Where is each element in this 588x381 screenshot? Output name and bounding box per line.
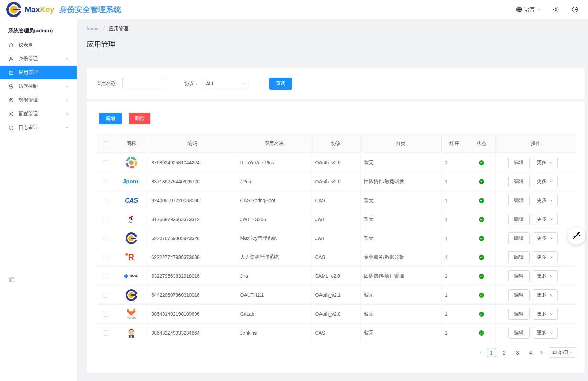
sidebar-item-dashboard[interactable]: 仪表盘 <box>0 38 77 52</box>
app-protocol: CAS <box>312 191 360 210</box>
app-icon-maxkey <box>124 231 139 246</box>
more-button[interactable]: 更多 <box>533 195 558 206</box>
more-button[interactable]: 更多 <box>533 308 558 320</box>
brand-name-secondary: Key <box>40 5 54 14</box>
prev-page-button[interactable] <box>477 348 485 357</box>
chevron-down-icon <box>549 255 553 259</box>
page-size-select[interactable]: 10 条/页 <box>549 347 576 358</box>
edit-button[interactable]: 编辑 <box>508 270 530 282</box>
app-protocol: OAuth_v2.0 <box>312 172 360 191</box>
row-checkbox[interactable] <box>103 179 108 184</box>
app-sort: 1 <box>441 248 468 267</box>
table-row: 644220607860310016OAUTH2.1OAuth_v2.1暂无1编… <box>97 286 576 305</box>
more-button[interactable]: 更多 <box>533 214 558 225</box>
sidebar-item-identity[interactable]: 身份管理 <box>0 52 77 66</box>
gear-icon <box>8 111 14 117</box>
edit-button[interactable]: 编辑 <box>508 232 530 244</box>
app-category: 暂无 <box>360 153 441 172</box>
column-header: 编码 <box>148 134 237 153</box>
app-category: 团队协作/敏捷研发 <box>360 172 441 191</box>
edit-button[interactable]: 编辑 <box>508 176 530 187</box>
app-icon-gitlab: GitLab <box>124 306 139 322</box>
app-icon-jenkins <box>124 325 139 340</box>
row-checkbox[interactable] <box>103 330 108 336</box>
edit-button[interactable]: 编辑 <box>508 308 530 320</box>
sidebar-item-audit[interactable]: 日志审计 <box>0 121 77 134</box>
row-checkbox[interactable] <box>103 198 108 203</box>
collapse-sidebar-button[interactable] <box>8 276 15 283</box>
protocol-select-value: ALL <box>206 81 215 86</box>
logout-icon[interactable] <box>571 6 578 13</box>
app-name: JPom <box>237 172 312 191</box>
app-icon-maxkey <box>124 287 139 303</box>
row-checkbox[interactable] <box>103 293 108 298</box>
search-button[interactable]: 查询 <box>269 78 292 90</box>
more-button[interactable]: 更多 <box>533 289 558 301</box>
more-button-label: 更多 <box>537 178 547 185</box>
settings-icon[interactable] <box>552 6 559 13</box>
app-name: RuoYi-Vue-Plus <box>237 153 312 172</box>
sidebar-item-config[interactable]: 配置管理 <box>0 107 77 121</box>
more-button[interactable]: 更多 <box>533 157 558 168</box>
row-checkbox[interactable] <box>103 217 108 222</box>
row-checkbox[interactable] <box>103 312 108 317</box>
app-icon-cas: CAS <box>124 193 139 208</box>
page-button-2[interactable]: 2 <box>500 348 509 357</box>
sidebar-item-label: 身份管理 <box>19 56 65 62</box>
app-code: 824008507220033536 <box>148 191 237 210</box>
sidebar-item-permission[interactable]: 权限管理 <box>0 93 77 107</box>
app-name: GitLab <box>237 305 312 324</box>
row-checkbox[interactable] <box>103 236 108 241</box>
add-button[interactable]: 新增 <box>99 113 122 124</box>
app-protocol: OAuth_v2.0 <box>312 153 360 172</box>
sidebar-item-access[interactable]: 访问控制 <box>0 79 77 93</box>
app-protocol: OAuth_v2.1 <box>312 286 360 305</box>
app-category: 企业服务/数据分析 <box>360 248 441 267</box>
next-page-button[interactable] <box>537 348 545 357</box>
more-button-label: 更多 <box>537 254 547 260</box>
sidebar-item-apps[interactable]: 应用管理 <box>0 66 77 79</box>
app-icon-ruoyi <box>124 155 139 170</box>
app-category: 暂无 <box>360 286 441 305</box>
app-name: JWT HS256 <box>237 210 312 229</box>
chevron-down-icon <box>569 350 573 355</box>
applications-table: 图标编码应用名称协议分类排序状态操作 876892492581044224Ruo… <box>97 134 576 342</box>
app-name: CAS SpringBoot <box>237 191 312 210</box>
more-button[interactable]: 更多 <box>533 270 558 282</box>
edit-button[interactable]: 编辑 <box>508 195 530 206</box>
breadcrumb-home[interactable]: home <box>87 26 99 31</box>
page-button-4[interactable]: 4 <box>526 348 535 357</box>
page-title: 应用管理 <box>87 40 585 49</box>
delete-button[interactable]: 删除 <box>129 113 150 124</box>
page-button-3[interactable]: 3 <box>513 348 522 357</box>
more-button[interactable]: 更多 <box>533 251 558 263</box>
edit-button[interactable]: 编辑 <box>508 214 530 225</box>
filter-panel: 应用名称： 协议： ALL 查询 <box>87 68 585 99</box>
more-button[interactable]: 更多 <box>533 176 558 187</box>
more-button[interactable]: 更多 <box>533 232 558 244</box>
edit-button[interactable]: 编辑 <box>508 327 530 339</box>
app-name: Jira <box>237 267 312 286</box>
more-button[interactable]: 更多 <box>533 327 558 339</box>
select-all-checkbox[interactable] <box>103 141 108 146</box>
language-switcher[interactable]: 语言 <box>516 6 541 13</box>
row-checkbox[interactable] <box>103 160 108 165</box>
edit-button[interactable]: 编辑 <box>508 157 530 168</box>
row-checkbox[interactable] <box>103 255 108 260</box>
chevron-down-icon <box>65 98 69 102</box>
current-user-label: 系统管理员(admin) <box>0 19 77 38</box>
magic-wand-floating-button[interactable] <box>567 227 585 245</box>
edit-button[interactable]: 编辑 <box>508 251 530 263</box>
page-size-value: 10 条/页 <box>552 349 569 356</box>
app-protocol: JWT <box>312 229 360 248</box>
app-icon-jwt: JWT <box>124 212 139 227</box>
row-checkbox[interactable] <box>103 274 108 279</box>
app-name-input[interactable] <box>122 78 165 89</box>
breadcrumb-current: 应用管理 <box>109 26 128 31</box>
chevron-down-icon <box>549 161 553 165</box>
sidebar-item-label: 仪表盘 <box>19 42 69 48</box>
edit-button[interactable]: 编辑 <box>508 289 530 301</box>
page-button-1[interactable]: 1 <box>487 348 496 357</box>
protocol-select[interactable]: ALL <box>202 78 250 89</box>
more-button-label: 更多 <box>537 216 547 222</box>
